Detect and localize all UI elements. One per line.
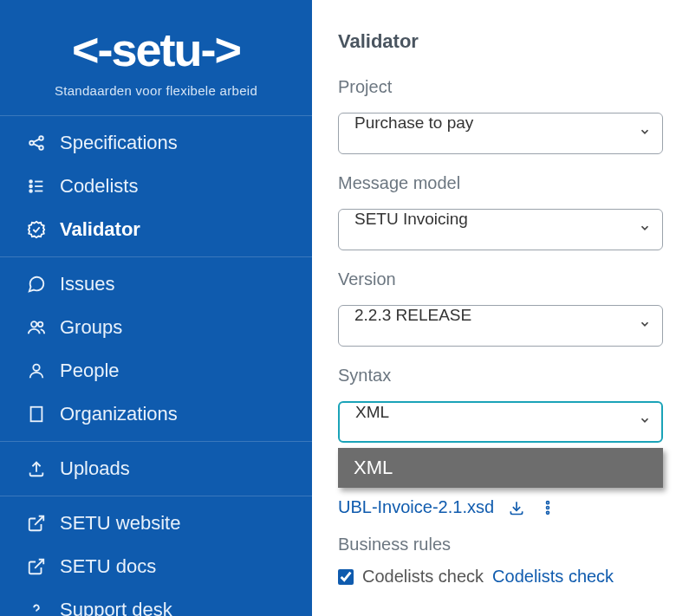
main-content: Validator Project Purchase to pay Messag… <box>312 0 689 616</box>
sidebar-item-validator[interactable]: Validator <box>0 208 312 251</box>
syntax-dropdown-popup: XML <box>338 448 663 488</box>
svg-point-26 <box>547 501 549 503</box>
svg-point-12 <box>38 322 43 327</box>
sidebar-item-label: Support desk <box>60 599 172 616</box>
sidebar-item-label: Validator <box>60 218 140 241</box>
svg-point-13 <box>33 365 39 371</box>
business-rules-label: Business rules <box>338 535 663 554</box>
sidebar-item-label: Organizations <box>60 403 178 425</box>
sidebar-group: Uploads <box>0 441 312 496</box>
building-icon <box>26 404 47 425</box>
syntax-select[interactable]: XML <box>338 401 663 443</box>
users-icon <box>26 317 47 338</box>
svg-line-3 <box>33 139 39 142</box>
share-icon <box>26 133 47 153</box>
project-label: Project <box>338 77 663 97</box>
brand-block: <-setu-> Standaarden voor flexibele arbe… <box>0 17 312 115</box>
sidebar-item-issues[interactable]: Issues <box>0 263 312 306</box>
svg-line-4 <box>33 144 39 147</box>
project-select[interactable]: Purchase to pay <box>338 113 663 154</box>
svg-line-23 <box>35 560 43 568</box>
version-label: Version <box>338 269 663 289</box>
help-icon <box>26 600 47 616</box>
upload-icon <box>26 458 47 479</box>
sidebar-item-label: Uploads <box>60 457 130 480</box>
codelists-check-row: Codelists check Codelists check <box>338 567 663 587</box>
sidebar-item-label: Codelists <box>60 175 138 198</box>
sidebar-group: Specifications Codelists Validator <box>0 115 312 256</box>
sidebar-item-people[interactable]: People <box>0 349 312 392</box>
sidebar-group: SETU website SETU docs Support desk <box>0 496 312 616</box>
page-title: Validator <box>338 30 663 53</box>
check-badge-icon <box>26 219 47 240</box>
svg-point-6 <box>29 185 32 188</box>
message-model-select-wrap: SETU Invoicing <box>338 209 663 250</box>
svg-point-11 <box>31 321 36 327</box>
project-select-wrap: Purchase to pay <box>338 113 663 154</box>
syntax-select-wrap: XML <box>338 401 663 443</box>
svg-rect-14 <box>31 407 42 422</box>
svg-point-5 <box>29 180 32 183</box>
brand-logo: <-setu-> <box>72 26 240 73</box>
syntax-option-xml[interactable]: XML <box>338 448 663 488</box>
codelists-check-label: Codelists check <box>362 567 484 587</box>
codelists-check-checkbox[interactable] <box>338 569 354 585</box>
sidebar-item-label: People <box>60 360 120 382</box>
sidebar-item-setu-website[interactable]: SETU website <box>0 502 312 545</box>
chat-icon <box>26 274 47 295</box>
svg-point-7 <box>29 190 32 192</box>
message-model-select[interactable]: SETU Invoicing <box>338 209 663 250</box>
svg-line-22 <box>35 516 43 525</box>
sidebar-item-codelists[interactable]: Codelists <box>0 165 312 208</box>
xml-schema-row: UBL-Invoice-2.1.xsd <box>338 497 663 517</box>
person-icon <box>26 360 47 381</box>
sidebar-item-setu-docs[interactable]: SETU docs <box>0 545 312 588</box>
sidebar-item-label: SETU website <box>60 512 180 535</box>
syntax-label: Syntax <box>338 366 663 386</box>
svg-point-28 <box>547 511 549 514</box>
sidebar-item-support-desk[interactable]: Support desk <box>0 588 312 616</box>
more-vertical-icon[interactable] <box>539 499 556 516</box>
sidebar-item-specifications[interactable]: Specifications <box>0 121 312 165</box>
version-select-wrap: 2.2.3 RELEASE <box>338 305 663 347</box>
sidebar-item-organizations[interactable]: Organizations <box>0 392 312 436</box>
sidebar: <-setu-> Standaarden voor flexibele arbe… <box>0 0 312 616</box>
brand-tagline: Standaarden voor flexibele arbeid <box>55 83 257 98</box>
list-icon <box>26 176 47 197</box>
message-model-label: Message model <box>338 173 663 193</box>
external-link-icon <box>26 513 47 534</box>
sidebar-item-uploads[interactable]: Uploads <box>0 447 312 490</box>
download-icon[interactable] <box>508 499 525 516</box>
version-select[interactable]: 2.2.3 RELEASE <box>338 305 663 347</box>
sidebar-item-groups[interactable]: Groups <box>0 306 312 349</box>
sidebar-item-label: Groups <box>60 316 122 339</box>
external-link-icon <box>26 556 47 577</box>
svg-point-27 <box>547 506 549 509</box>
sidebar-item-label: SETU docs <box>60 555 156 578</box>
sidebar-group: Issues Groups People Organizations <box>0 256 312 441</box>
sidebar-item-label: Issues <box>60 273 115 295</box>
codelists-check-link[interactable]: Codelists check <box>492 567 614 587</box>
sidebar-item-label: Specifications <box>60 132 178 154</box>
xml-schema-file-link[interactable]: UBL-Invoice-2.1.xsd <box>338 497 494 517</box>
